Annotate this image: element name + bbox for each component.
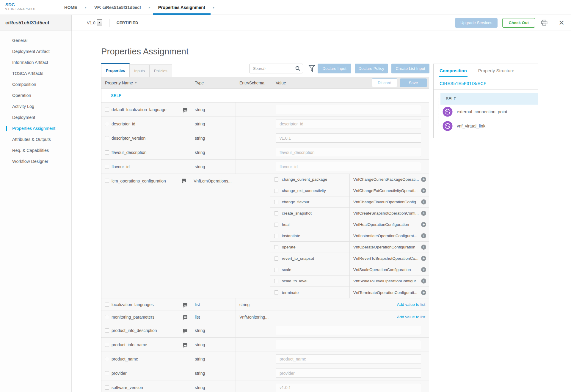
sidebar-item-information-artifact[interactable]: Information Artifact — [0, 57, 71, 68]
value-input[interactable] — [276, 369, 421, 378]
row-checkbox[interactable] — [274, 234, 278, 238]
row-checkbox[interactable] — [274, 245, 278, 249]
component-name[interactable]: CIRES51E5F31D5ECF — [434, 77, 538, 90]
filter-icon[interactable] — [308, 65, 315, 73]
search-input[interactable] — [249, 64, 303, 73]
comment-icon[interactable] — [182, 179, 186, 182]
discard-button[interactable]: Discard — [372, 78, 397, 87]
row-checkbox[interactable] — [274, 211, 278, 215]
expand-plus-icon[interactable] — [421, 199, 426, 204]
sidebar-item-workflow-designer[interactable]: Workflow Designer — [0, 156, 71, 167]
sidebar-item-properties-assignment[interactable]: Properties Assignment — [0, 123, 71, 134]
expand-plus-icon[interactable] — [421, 290, 426, 295]
tree-item-external-connection-point[interactable]: external_connection_point — [434, 105, 538, 119]
column-header-type[interactable]: Type — [191, 77, 236, 89]
value-input[interactable] — [276, 326, 421, 335]
upgrade-services-button[interactable]: Upgrade Services — [455, 18, 498, 28]
comment-icon[interactable] — [183, 303, 187, 306]
value-input[interactable] — [276, 105, 421, 114]
row-checkbox[interactable] — [105, 136, 109, 140]
row-checkbox[interactable] — [274, 279, 278, 283]
expand-plus-icon[interactable] — [421, 211, 426, 216]
row-checkbox[interactable] — [274, 189, 278, 193]
tab-policies[interactable]: Policies — [150, 64, 172, 77]
close-icon[interactable]: ✕ — [559, 19, 564, 26]
row-checkbox[interactable] — [274, 256, 278, 261]
save-button[interactable]: Save — [400, 78, 427, 87]
row-checkbox[interactable] — [105, 179, 109, 183]
value-input[interactable] — [276, 148, 421, 157]
group-row-self[interactable]: SELF — [101, 89, 429, 103]
expand-plus-icon[interactable] — [421, 267, 426, 272]
value-input[interactable] — [276, 383, 421, 392]
row-checkbox[interactable] — [105, 165, 109, 169]
tab-inputs[interactable]: Inputs — [130, 64, 149, 77]
tab-properties[interactable]: Properties — [101, 63, 130, 77]
expand-plus-icon[interactable] — [421, 278, 426, 284]
sidebar-item-activity-log[interactable]: Activity Log — [0, 101, 71, 112]
property-type-cell: list — [191, 311, 236, 323]
expand-plus-icon[interactable] — [421, 222, 426, 227]
composition-tab-property-structure[interactable]: Property Structure — [478, 64, 514, 77]
nested-property-row: scale_to_levelVnfScaleToLevelOperationCo… — [270, 275, 429, 287]
value-input[interactable] — [276, 133, 421, 143]
column-header-property-name[interactable]: Property Name ▾ — [101, 77, 191, 89]
row-checkbox[interactable] — [105, 371, 109, 375]
expand-plus-icon[interactable] — [421, 256, 426, 261]
expand-plus-icon[interactable] — [421, 233, 426, 238]
nested-property-type-label: VnfTerminateOperationConfigurati... — [353, 290, 419, 295]
row-checkbox[interactable] — [274, 290, 278, 295]
row-checkbox[interactable] — [274, 223, 278, 227]
sidebar-item-attributes-outputs[interactable]: Attributes & Outputs — [0, 134, 71, 145]
sdc-logo[interactable]: SDC v.1.16.1-SNAPSHOT — [5, 2, 36, 11]
value-input[interactable] — [276, 340, 421, 349]
sidebar-item-deployment-artifact[interactable]: Deployment Artifact — [0, 46, 71, 57]
printer-icon[interactable] — [541, 20, 548, 26]
row-checkbox[interactable] — [105, 357, 109, 361]
expand-plus-icon[interactable] — [421, 177, 426, 182]
row-checkbox[interactable] — [105, 303, 109, 307]
sidebar-item-general[interactable]: General — [0, 35, 71, 46]
row-checkbox[interactable] — [274, 200, 278, 204]
row-checkbox[interactable] — [105, 108, 109, 112]
tree-item-vnf-virtual-link[interactable]: vnf_virtual_link — [434, 119, 538, 133]
sidebar-item-composition[interactable]: Composition — [0, 79, 71, 90]
table-row: software_versionstring — [101, 380, 429, 392]
sidebar-item-operation[interactable]: Operation — [0, 90, 71, 101]
row-checkbox[interactable] — [105, 385, 109, 390]
expand-plus-icon[interactable] — [421, 245, 426, 250]
sidebar-item-tosca-artifacts[interactable]: TOSCA Artifacts — [0, 68, 71, 79]
tree-item-self[interactable]: SELF — [440, 93, 538, 105]
row-checkbox[interactable] — [105, 150, 109, 155]
value-input[interactable] — [276, 162, 421, 171]
row-checkbox[interactable] — [274, 268, 278, 272]
value-input[interactable] — [276, 119, 421, 128]
value-input[interactable] — [276, 354, 421, 363]
breadcrumb-item-properties-assignment[interactable]: Properties Assignment — [157, 0, 206, 15]
check-out-button[interactable]: Check Out — [502, 18, 535, 28]
sidebar-item-deployment[interactable]: Deployment — [0, 112, 71, 123]
sidebar-item-req-capabilities[interactable]: Req. & Capabilities — [0, 145, 71, 156]
create-list-input-button[interactable]: Create List Input — [391, 64, 429, 73]
comment-icon[interactable] — [183, 343, 187, 347]
version-select[interactable]: ▼ — [97, 19, 102, 26]
composition-tab-composition[interactable]: Composition — [440, 64, 467, 77]
declare-input-button[interactable]: Declare Input — [318, 64, 351, 73]
add-value-to-list-link[interactable]: Add value to list — [397, 315, 425, 319]
comment-icon[interactable] — [183, 329, 187, 332]
version-label: V1.0 — [87, 21, 95, 25]
comment-icon[interactable] — [183, 315, 187, 319]
expand-plus-icon[interactable] — [421, 188, 426, 193]
breadcrumb-item-home[interactable]: HOME — [63, 0, 79, 15]
row-checkbox[interactable] — [105, 122, 109, 126]
declare-policy-button[interactable]: Declare Policy — [355, 64, 388, 73]
row-checkbox[interactable] — [105, 343, 109, 347]
column-header-entryschema[interactable]: EntrySchema — [236, 77, 272, 89]
row-checkbox[interactable] — [105, 315, 109, 319]
row-checkbox[interactable] — [274, 177, 278, 182]
breadcrumb-item-vf-cires51e5f31d5ecf[interactable]: VF: ciRes51e5f31d5ecf — [93, 0, 142, 15]
column-label: Value — [276, 81, 286, 85]
comment-icon[interactable] — [183, 108, 187, 111]
add-value-to-list-link[interactable]: Add value to list — [397, 302, 425, 307]
row-checkbox[interactable] — [105, 328, 109, 333]
